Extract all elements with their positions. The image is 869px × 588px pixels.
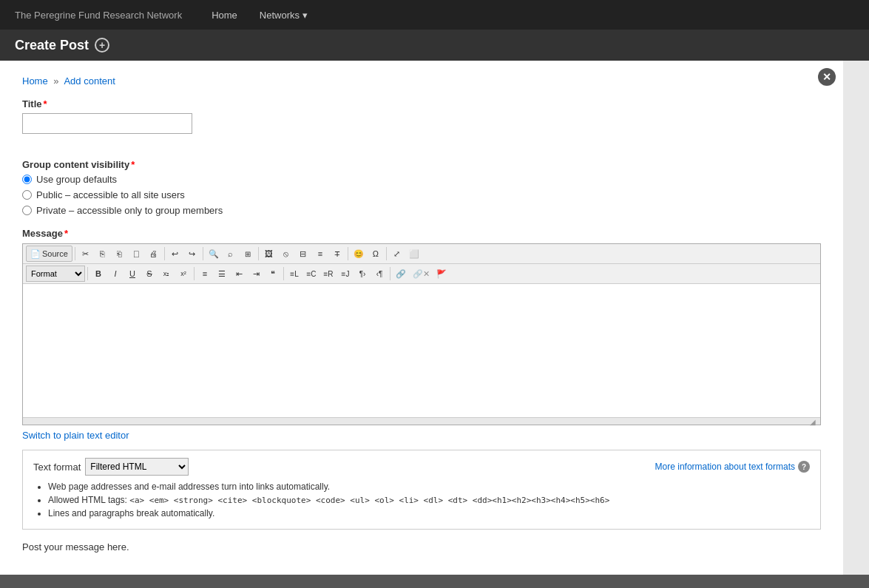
sep3 bbox=[203, 247, 203, 260]
hint-2: Allowed HTML tags: <a> <em> <strong> <ci… bbox=[48, 495, 810, 505]
align-left-button[interactable]: ≡L bbox=[286, 266, 302, 282]
format-hints: Web page addresses and e-mail addresses … bbox=[33, 481, 810, 518]
image-button[interactable]: 🖼 bbox=[261, 246, 277, 262]
sep6 bbox=[386, 247, 387, 260]
bidi-rtl-button[interactable]: ‹¶ bbox=[371, 266, 388, 282]
unlink-button[interactable]: 🔗✕ bbox=[410, 266, 433, 282]
blockquote-button[interactable]: ❝ bbox=[265, 266, 281, 282]
format-select[interactable]: Format Heading 1 Heading 2 Paragraph bbox=[26, 266, 85, 282]
nav-home[interactable]: Home bbox=[212, 10, 237, 21]
message-required: * bbox=[64, 228, 68, 239]
main-content: ✕ Home » Add content Title* Group conten… bbox=[0, 61, 843, 575]
nav-networks[interactable]: Networks ▾ bbox=[260, 10, 308, 21]
text-format-header: Text format Filtered HTML Full HTML Plai… bbox=[33, 458, 810, 476]
toolbar-row-1: 📄 Source ✂ ⎘ ⎗ ⎕ 🖨 ↩ ↪ 🔍 ⌕ ⊞ bbox=[23, 244, 820, 264]
title-required: * bbox=[44, 98, 47, 109]
add-icon[interactable]: + bbox=[95, 38, 109, 53]
special-char-button[interactable]: Ω bbox=[368, 246, 384, 262]
align-center-button[interactable]: ≡C bbox=[303, 266, 319, 282]
switch-editor-link[interactable]: Switch to plain text editor bbox=[22, 430, 129, 441]
sep4 bbox=[258, 247, 259, 260]
breadcrumb-current[interactable]: Add content bbox=[64, 75, 115, 87]
link-button[interactable]: 🔗 bbox=[393, 266, 409, 282]
radio-public[interactable]: Public – accessible to all site users bbox=[22, 189, 821, 200]
sep2 bbox=[164, 247, 165, 260]
strikethrough-button[interactable]: S bbox=[141, 266, 158, 282]
more-info-link[interactable]: More information about text formats ? bbox=[655, 461, 810, 473]
italic-button[interactable]: I bbox=[107, 266, 124, 282]
editor-content[interactable] bbox=[23, 284, 820, 417]
undo-button[interactable]: ↩ bbox=[167, 246, 183, 262]
text-format-box: Text format Filtered HTML Full HTML Plai… bbox=[22, 450, 821, 530]
text-format-left: Text format Filtered HTML Full HTML Plai… bbox=[33, 458, 189, 476]
help-icon: ? bbox=[798, 461, 810, 473]
replace-button[interactable]: ⌕ bbox=[223, 246, 239, 262]
outdent-button[interactable]: ⇤ bbox=[231, 266, 247, 282]
breadcrumb: Home » Add content bbox=[22, 75, 821, 87]
bidi-ltr-button[interactable]: ¶› bbox=[354, 266, 371, 282]
maximize-button[interactable]: ⤢ bbox=[389, 246, 405, 262]
find-button[interactable]: 🔍 bbox=[206, 246, 222, 262]
message-label: Message* bbox=[22, 228, 821, 239]
message-section: Message* 📄 Source ✂ ⎘ ⎗ ⎕ 🖨 ↩ bbox=[22, 228, 821, 530]
hint-3: Lines and paragraphs break automatically… bbox=[48, 508, 810, 518]
visibility-required: * bbox=[131, 159, 135, 170]
radio-group: Use group defaults Public – accessible t… bbox=[22, 174, 821, 216]
site-title: The Peregrine Fund Research Network bbox=[15, 10, 182, 21]
title-input[interactable] bbox=[22, 113, 192, 134]
horizontal-line-button[interactable]: ≡ bbox=[312, 246, 328, 262]
close-button[interactable]: ✕ bbox=[818, 68, 836, 86]
ordered-list-button[interactable]: ≡ bbox=[197, 266, 213, 282]
page-title: Create Post bbox=[15, 38, 89, 53]
resize-handle[interactable]: ◢ bbox=[810, 418, 817, 425]
breadcrumb-home[interactable]: Home bbox=[22, 75, 48, 87]
copy-button[interactable]: ⎘ bbox=[95, 246, 111, 262]
radio-private-input[interactable] bbox=[22, 206, 32, 215]
smiley-button[interactable]: 😊 bbox=[351, 246, 367, 262]
align-right-button[interactable]: ≡R bbox=[320, 266, 337, 282]
topnav: The Peregrine Fund Research Network Home… bbox=[0, 0, 869, 30]
group-visibility-label: Group content visibility* bbox=[22, 159, 821, 170]
sep1 bbox=[75, 247, 75, 260]
radio-use-group-defaults[interactable]: Use group defaults bbox=[22, 174, 821, 185]
superscript-button[interactable]: x² bbox=[175, 266, 192, 282]
align-justify-button[interactable]: ≡J bbox=[337, 266, 354, 282]
redo-button[interactable]: ↪ bbox=[184, 246, 200, 262]
breadcrumb-separator: » bbox=[53, 75, 58, 87]
more-info-text: More information about text formats bbox=[655, 462, 795, 472]
document-icon: 📄 bbox=[30, 249, 41, 259]
sep9 bbox=[283, 267, 284, 280]
sep7 bbox=[87, 267, 88, 280]
source-button[interactable]: 📄 Source bbox=[26, 246, 72, 262]
indent-button[interactable]: ⇥ bbox=[248, 266, 264, 282]
radio-public-input[interactable] bbox=[22, 190, 32, 200]
ckeditor-wrapper: 📄 Source ✂ ⎘ ⎗ ⎕ 🖨 ↩ ↪ 🔍 ⌕ ⊞ bbox=[22, 243, 821, 425]
bold-button[interactable]: B bbox=[90, 266, 106, 282]
paste-plain-button[interactable]: ⎕ bbox=[129, 246, 145, 262]
anchor-button[interactable]: 🚩 bbox=[433, 266, 450, 282]
title-label: Title* bbox=[22, 98, 821, 109]
text-format-select[interactable]: Filtered HTML Full HTML Plain text bbox=[85, 458, 189, 476]
paste-button[interactable]: ⎗ bbox=[112, 246, 128, 262]
hint-1: Web page addresses and e-mail addresses … bbox=[48, 481, 810, 492]
side-panel bbox=[843, 61, 869, 575]
underline-button[interactable]: U bbox=[124, 266, 141, 282]
select-all-button[interactable]: ⊞ bbox=[240, 246, 256, 262]
paste-from-word-button[interactable]: 🖨 bbox=[146, 246, 162, 262]
sep8 bbox=[194, 267, 195, 280]
radio-private[interactable]: Private – accessible only to group membe… bbox=[22, 205, 821, 216]
text-format-label: Text format bbox=[33, 462, 81, 473]
show-blocks-button[interactable]: ⬜ bbox=[406, 246, 422, 262]
editor-resize-bar: ◢ bbox=[23, 417, 820, 425]
header-bar: Create Post + bbox=[0, 30, 869, 61]
flash-button[interactable]: ⦸ bbox=[278, 246, 294, 262]
table-button[interactable]: ⊟ bbox=[295, 246, 311, 262]
nav-links: Home Networks ▾ bbox=[212, 10, 307, 21]
sep10 bbox=[390, 267, 390, 280]
subscript-button[interactable]: x₂ bbox=[158, 266, 175, 282]
radio-use-group-defaults-input[interactable] bbox=[22, 175, 32, 184]
cut-button[interactable]: ✂ bbox=[78, 246, 94, 262]
unordered-list-button[interactable]: ☰ bbox=[214, 266, 230, 282]
remove-format-button[interactable]: T̶ bbox=[329, 246, 345, 262]
post-hint: Post your message here. bbox=[22, 541, 821, 552]
